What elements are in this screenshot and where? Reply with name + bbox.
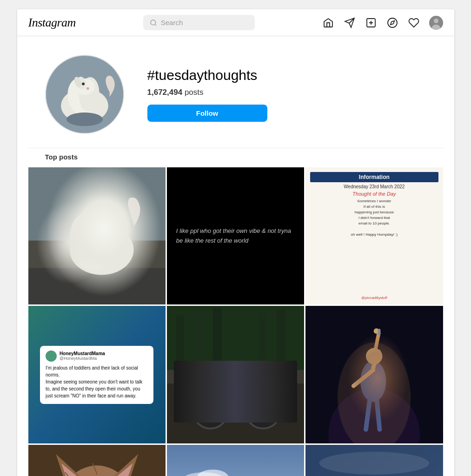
hashtag-title: #tuesdaythoughts — [147, 67, 267, 83]
posts-grid: I like ppl who got their own vibe & not … — [17, 167, 454, 476]
top-posts-label: Top posts — [17, 148, 454, 167]
svg-point-42 — [245, 394, 280, 429]
post-3[interactable]: Information Wednesday 23rd March 2022 Th… — [305, 167, 443, 304]
svg-line-56 — [373, 352, 379, 368]
svg-point-28 — [82, 206, 98, 225]
profile-info: #tuesdaythoughts 1,672,494 posts Follow — [147, 67, 267, 122]
svg-point-54 — [366, 348, 382, 364]
post-2-text: I like ppl who got their own vibe & not … — [176, 226, 295, 246]
tweet-username: HoneyMustardMama — [60, 351, 105, 356]
post-5[interactable] — [167, 306, 304, 443]
tweet-handle: @HoneyMustardMa — [60, 356, 105, 361]
svg-point-25 — [89, 210, 128, 266]
svg-point-23 — [69, 225, 133, 275]
svg-rect-36 — [194, 311, 201, 370]
svg-point-41 — [200, 401, 220, 421]
svg-marker-6 — [390, 20, 394, 24]
svg-line-1 — [155, 24, 156, 26]
svg-point-29 — [94, 219, 99, 224]
tweet-user-info: HoneyMustardMama @HoneyMustardMa — [60, 351, 105, 361]
explore-icon[interactable] — [386, 17, 398, 29]
home-icon[interactable] — [322, 17, 334, 29]
svg-rect-33 — [167, 370, 304, 384]
post-1-image — [28, 167, 166, 304]
tweet-card: HoneyMustardMama @HoneyMustardMa I'm jea… — [40, 346, 153, 404]
svg-point-40 — [193, 394, 228, 429]
svg-point-16 — [82, 83, 85, 86]
post-2[interactable]: I like ppl who got their own vibe & not … — [167, 167, 304, 304]
instagram-window: Instagram — [17, 9, 454, 476]
nav-icons-group — [322, 16, 443, 30]
post-7[interactable] — [28, 445, 166, 476]
svg-rect-37 — [212, 308, 222, 370]
new-post-icon[interactable] — [365, 17, 377, 29]
post-7-image — [28, 445, 166, 476]
svg-rect-77 — [167, 445, 304, 476]
post-6-image — [305, 306, 443, 443]
svg-rect-44 — [207, 390, 214, 406]
post-8[interactable] — [167, 445, 304, 476]
svg-point-24 — [66, 208, 119, 273]
svg-line-50 — [373, 333, 379, 361]
instagram-logo[interactable]: Instagram — [28, 16, 76, 30]
svg-line-55 — [354, 370, 373, 386]
user-avatar[interactable] — [429, 16, 443, 30]
svg-rect-22 — [28, 241, 166, 268]
tweet-header: HoneyMustardMama @HoneyMustardMa — [46, 350, 148, 362]
svg-rect-38 — [259, 313, 266, 370]
profile-header: #tuesdaythoughts 1,672,494 posts Follow — [17, 36, 454, 148]
post-count-number: 1,672,494 — [147, 88, 183, 97]
navigation-bar: Instagram — [17, 9, 454, 36]
svg-rect-20 — [28, 167, 166, 304]
hashtag-avatar — [45, 55, 124, 134]
svg-rect-52 — [378, 329, 381, 336]
svg-point-43 — [253, 401, 273, 421]
post-3-body: Sometimes I wonder If all of this is hap… — [310, 198, 438, 238]
follow-button[interactable]: Follow — [147, 105, 267, 122]
svg-point-8 — [434, 19, 438, 23]
post-1[interactable] — [28, 167, 166, 304]
svg-point-5 — [388, 18, 397, 27]
svg-point-30 — [102, 227, 106, 231]
post-3-header: Information — [310, 172, 438, 182]
svg-point-0 — [151, 20, 156, 25]
tweet-text: I'm jealous of toddlers and their lack o… — [46, 364, 148, 399]
svg-point-46 — [233, 391, 240, 399]
post-4[interactable]: HoneyMustardMama @HoneyMustardMa I'm jea… — [28, 306, 166, 443]
post-9[interactable] — [305, 445, 443, 476]
post-5-image — [167, 306, 304, 443]
svg-rect-34 — [167, 384, 304, 443]
svg-point-27 — [85, 207, 104, 230]
post-9-image — [305, 445, 443, 476]
post-8-image — [167, 445, 304, 476]
post-3-date: Wednesday 23rd March 2022 — [310, 184, 438, 189]
search-bar[interactable] — [143, 15, 255, 30]
svg-point-19 — [66, 112, 102, 126]
svg-point-87 — [319, 451, 429, 474]
post-6[interactable] — [305, 306, 443, 443]
post-3-title: Thought of the Day — [310, 191, 438, 197]
search-input[interactable] — [161, 19, 248, 26]
heart-icon[interactable] — [408, 17, 420, 29]
svg-line-58 — [377, 401, 380, 430]
posts-count: 1,672,494 posts — [147, 88, 267, 97]
search-icon — [150, 19, 157, 26]
svg-rect-35 — [176, 315, 185, 370]
svg-point-26 — [85, 215, 114, 238]
tweet-avatar — [46, 350, 57, 362]
svg-rect-45 — [259, 390, 265, 406]
svg-rect-21 — [28, 259, 166, 304]
svg-point-18 — [86, 87, 89, 90]
send-icon[interactable] — [344, 17, 356, 29]
svg-point-53 — [360, 361, 386, 402]
svg-rect-39 — [277, 310, 285, 370]
posts-label: posts — [185, 88, 204, 97]
profile-avatar-image — [46, 56, 123, 133]
post-3-signature: @piccadillystuff — [310, 296, 438, 300]
